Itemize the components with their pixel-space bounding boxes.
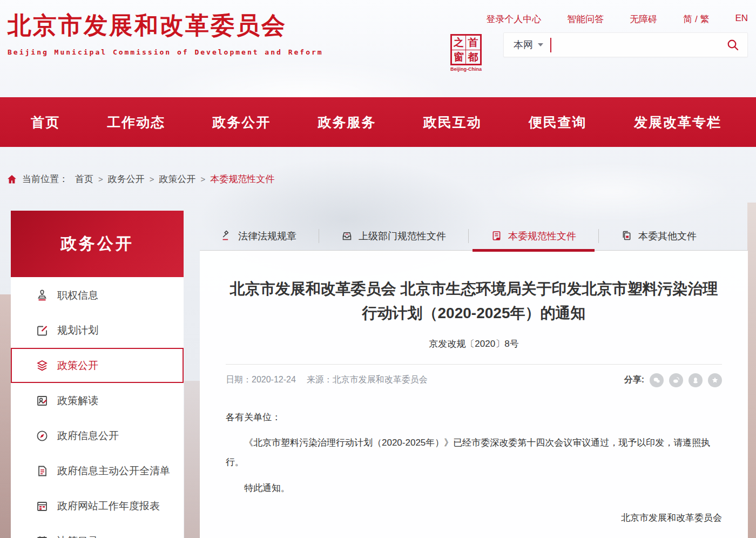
tab-commission-other-docs[interactable]: 本委其他文件	[607, 221, 711, 250]
date-label: 日期：	[226, 375, 252, 384]
sidebar-item-authority-info[interactable]: 职权信息	[11, 278, 184, 313]
nav-item-label[interactable]: 发展改革专栏	[634, 115, 721, 130]
main-content: 法律法规规章 上级部门规范性文件 本委规范性文件	[200, 221, 748, 538]
nav-item-label[interactable]: 政务服务	[318, 115, 376, 130]
seal-char: 首	[466, 36, 480, 50]
qq-share-icon	[691, 376, 700, 385]
catalog-icon	[36, 535, 49, 538]
background-photo-edge	[184, 381, 200, 538]
annual-report-icon	[36, 500, 49, 513]
interpretation-icon	[36, 394, 49, 407]
simplified-traditional-toggle[interactable]: 简 / 繁	[683, 13, 709, 25]
breadcrumb-item-gov-disclosure[interactable]: 政务公开	[108, 173, 145, 185]
primary-nav: 首页 工作动态 政务公开 政务服务 政民互动 便民查询 发展改革专栏	[0, 97, 756, 147]
seal-caption: Beijing-China	[448, 66, 484, 72]
article-date: 2020-12-24	[252, 375, 296, 384]
background-photo-edge	[747, 203, 756, 538]
background-photo-edge	[0, 294, 11, 538]
breadcrumb-separator: >	[98, 174, 103, 184]
tab-divider	[468, 229, 469, 243]
nav-item-reform-column[interactable]: 发展改革专栏	[634, 113, 721, 131]
sidebar-item-proactive-disclosure-list[interactable]: 政府信息主动公开全清单	[11, 453, 184, 488]
capital-window-logo[interactable]: 之 首 窗 都 Beijing-China	[448, 34, 484, 72]
smart-qa-link[interactable]: 智能问答	[567, 13, 604, 25]
document-icon	[491, 230, 502, 241]
nav-item-convenience-search[interactable]: 便民查询	[529, 113, 587, 131]
body-paragraph: 特此通知。	[226, 479, 722, 498]
tab-commission-normative-docs[interactable]: 本委规范性文件	[477, 221, 590, 250]
sidebar-item-label: 决策目录	[57, 534, 98, 538]
body-paragraph: 《北京市塑料污染治理行动计划（2020-2025年）》已经市委深改委第十四次会议…	[226, 433, 722, 472]
article-title: 北京市发展和改革委员会 北京市生态环境局关于印发北京市塑料污染治理行动计划（20…	[226, 277, 722, 326]
nav-item-gov-services[interactable]: 政务服务	[318, 113, 376, 131]
nav-item-work-news[interactable]: 工作动态	[107, 113, 165, 131]
breadcrumb-label: 当前位置：	[22, 173, 68, 185]
source-label: 来源：	[307, 375, 333, 384]
weibo-share-button[interactable]	[669, 373, 683, 387]
stamp-icon	[36, 289, 49, 302]
sidebar-item-policy-interpretation[interactable]: 政策解读	[11, 383, 184, 418]
qq-share-button[interactable]	[688, 373, 703, 387]
accessibility-link[interactable]: 无障碍	[630, 13, 657, 25]
nav-item-label[interactable]: 工作动态	[107, 115, 165, 130]
search-icon	[726, 38, 739, 51]
checklist-icon	[36, 465, 49, 478]
nav-item-gov-disclosure[interactable]: 政务公开	[212, 113, 271, 131]
sidebar-item-website-annual-report[interactable]: 政府网站工作年度报表	[11, 488, 184, 523]
favorite-share-button[interactable]	[708, 373, 722, 387]
search-row: 之 首 窗 都 Beijing-China 本网	[448, 32, 748, 72]
compass-icon	[36, 429, 49, 442]
sidebar-item-label: 政策公开	[57, 359, 98, 373]
site-subtitle: Beijing Municipal Commission of Developm…	[8, 48, 323, 56]
sidebar: 政务公开 职权信息 规划计划	[11, 211, 184, 538]
sidebar-item-label: 政策解读	[57, 394, 98, 408]
wechat-share-icon	[652, 376, 661, 385]
sidebar-item-label: 政府信息主动公开全清单	[57, 464, 170, 478]
nav-item-label[interactable]: 首页	[31, 115, 60, 130]
search-scope-dropdown[interactable]: 本网	[504, 38, 550, 51]
tab-superior-normative-docs[interactable]: 上级部门规范性文件	[327, 221, 460, 250]
weibo-share-icon	[672, 376, 680, 385]
search-button[interactable]	[718, 38, 747, 51]
nav-item-label[interactable]: 便民查询	[529, 115, 587, 130]
login-personal-center-link[interactable]: 登录个人中心	[486, 13, 541, 25]
signature: 北京市发展和改革委员会	[226, 508, 722, 528]
nav-item-public-interaction[interactable]: 政民互动	[423, 113, 482, 131]
nav-item-label[interactable]: 政民互动	[423, 115, 482, 130]
tab-label: 本委规范性文件	[508, 230, 576, 243]
document-number: 京发改规〔2020〕8号	[226, 338, 722, 365]
sidebar-item-gov-info-disclosure[interactable]: 政府信息公开	[11, 418, 184, 453]
nav-item-label[interactable]: 政务公开	[212, 115, 271, 130]
search-scope-label: 本网	[514, 38, 533, 51]
document-tabs: 法律法规规章 上级部门规范性文件 本委规范性文件	[200, 221, 748, 251]
breadcrumb-separator: >	[150, 174, 154, 184]
sidebar-item-decision-catalog[interactable]: 决策目录	[11, 523, 184, 538]
sidebar-title: 政务公开	[11, 211, 184, 277]
breadcrumb-item-policy-disclosure[interactable]: 政策公开	[159, 173, 196, 185]
article-body: 各有关单位： 《北京市塑料污染治理行动计划（2020-2025年）》已经市委深改…	[226, 408, 722, 528]
breadcrumb-item-home[interactable]: 首页	[75, 173, 93, 185]
tab-label: 法律法规规章	[238, 230, 296, 243]
sidebar-item-label: 政府信息公开	[57, 429, 119, 443]
share-label: 分享:	[624, 374, 644, 386]
chevron-down-icon	[538, 43, 543, 46]
copy-pages-icon	[621, 230, 632, 241]
utility-nav: 登录个人中心 智能问答 无障碍 简 / 繁 EN	[486, 13, 748, 25]
plan-edit-icon	[36, 324, 49, 337]
search-input[interactable]	[556, 33, 718, 57]
tab-label: 上级部门规范性文件	[359, 230, 446, 243]
layers-icon	[36, 359, 49, 372]
seal-char: 之	[452, 36, 466, 50]
seal-char: 窗	[452, 50, 466, 64]
seal-char: 都	[466, 50, 480, 64]
tab-laws-regulations[interactable]: 法律法规规章	[207, 221, 310, 250]
cloud-watermark	[486, 162, 734, 221]
nav-item-home[interactable]: 首页	[31, 113, 60, 131]
sidebar-item-plans[interactable]: 规划计划	[11, 313, 184, 348]
wechat-share-button[interactable]	[650, 373, 664, 387]
english-link[interactable]: EN	[735, 13, 748, 25]
breadcrumb-item-current[interactable]: 本委规范性文件	[210, 173, 274, 185]
site-logo[interactable]: 北京市发展和改革委员会 Beijing Municipal Commission…	[8, 10, 323, 56]
article-meta: 日期：2020-12-24来源：北京市发展和改革委员会 分享:	[226, 373, 722, 387]
sidebar-item-policy-disclosure[interactable]: 政策公开	[11, 348, 184, 383]
